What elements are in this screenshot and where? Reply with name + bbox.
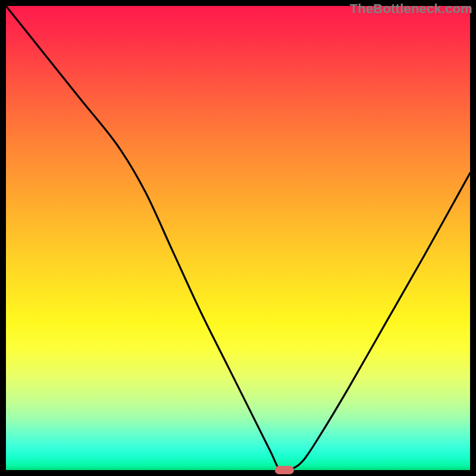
chart-frame: TheBottleneck.com	[0, 0, 476, 476]
optimal-marker	[275, 466, 294, 474]
plot-area	[6, 6, 470, 470]
bottleneck-curve	[6, 6, 470, 470]
watermark-text: TheBottleneck.com	[350, 1, 472, 17]
curve-path	[6, 6, 470, 470]
